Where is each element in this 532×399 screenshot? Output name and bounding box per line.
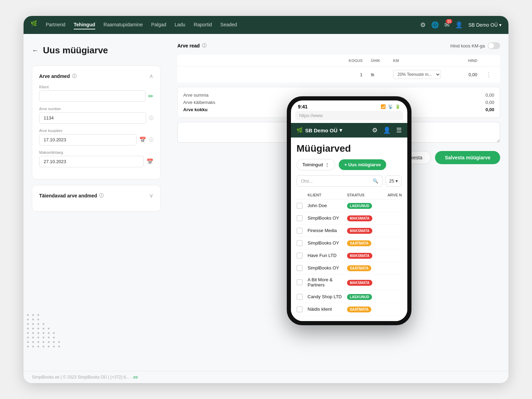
arve-kuupaev-label: Arve kuupäev [39,128,153,133]
phone-search-icon: 🔍 [373,178,378,184]
arve-number-input-row: ⓘ [39,112,153,124]
phone-time: 9:41 [298,104,308,109]
km-dropdown[interactable]: 20% Teenuste m... [393,70,441,79]
row-checkbox[interactable] [296,294,305,300]
battery-icon: 🔋 [395,104,400,109]
row-checkbox[interactable] [296,215,305,221]
row-status: SAATMATA [347,265,378,271]
invoice-km-cell[interactable]: 20% Teenuste m... [389,66,459,83]
phone-search-input[interactable]: Otsi... 🔍 [296,175,383,187]
phone-toimingud-button[interactable]: Toimingud ⋮ [296,159,335,170]
invoice-hind-cell[interactable]: 0,00 [459,66,481,83]
row-status: LAEKUNUD [347,293,378,300]
maksetahtaeg-label: Maksetähtaeg [39,150,153,154]
arve-andmed-info-icon: ⓘ [72,73,77,79]
row-checkbox[interactable] [296,265,305,271]
status-badge: SAATMATA [347,307,371,312]
row-checkbox[interactable] [296,228,305,234]
arve-number-input[interactable] [39,112,146,124]
phone-list-item[interactable]: Have Fun LTD MAKSMATA [296,249,402,262]
left-panel: ← Uus müügiarve Arve andmed ⓘ ∧ Klient ✏ [24,34,169,371]
phone-header-icons: ⚙ 👤 ☰ [372,126,402,134]
th-kogus: KOGUS [339,55,367,66]
invoice-description-cell[interactable] [178,66,339,83]
phone-list-item[interactable]: SimplBooks OY SAATMATA [296,262,402,274]
row-client: SimplBooks OY [308,240,344,246]
nav-tehingud[interactable]: Tehingud [74,20,95,29]
phone-menu-icon[interactable]: ☰ [396,126,402,134]
status-badge: SAATMATA [347,240,371,246]
row-status: MAKSMATA [347,252,378,259]
phone-list-item[interactable]: SimplBooks OY MAKSMATA [296,212,402,224]
th-uhik: ÜHIK [367,55,389,66]
nav-right-icons: ⚙ 🌐 ✉ 11 👤 SB Demo OÜ ▾ [420,21,502,29]
logo-icon: 🌿 [30,20,40,30]
maksetahtaeg-calendar-icon[interactable]: 📅 [147,158,153,165]
phone-per-page-selector[interactable]: 25 ▾ [385,175,402,187]
footer-link[interactable]: .ee [132,375,138,380]
arve-andmed-collapse-icon[interactable]: ∧ [149,73,153,79]
klient-input[interactable] [39,90,145,102]
phone-list-item[interactable]: Näidis klient SAATMATA [296,303,402,316]
row-client: Finesse Media [308,228,344,233]
maksetahtaeg-input[interactable] [39,156,144,167]
klient-edit-icon[interactable]: ✏ [148,92,153,100]
phone-content: Müügiarved Toimingud ⋮ + Uus müügiarve [291,138,407,321]
row-client: SimplBooks OY [308,265,344,271]
row-checkbox[interactable] [296,240,305,246]
th-description [178,55,339,66]
phone-user-icon[interactable]: 👤 [383,126,391,134]
klient-label: Klient [39,85,153,89]
row-checkbox[interactable] [296,252,305,259]
nav-raportid[interactable]: Raportid [194,20,212,29]
phone-list-item[interactable]: Finesse Media MAKSMATA [296,224,402,237]
phone-app-header: 🌿 SB Demo OÜ ▾ ⚙ 👤 ☰ [291,123,407,138]
user-icon[interactable]: 👤 [455,21,463,29]
phone-status-bar: 9:41 📶 📡 🔋 [291,100,407,111]
arve-kuupaev-calendar-icon[interactable]: 📅 [139,136,146,143]
footer-text: SimplBooks.ee | © 2023 SimplBooks OÜ | (… [32,375,130,380]
settings-icon[interactable]: ⚙ [420,21,426,29]
invoice-row-actions[interactable]: ⋮ [481,66,500,83]
row-status: MAKSMATA [347,279,378,286]
row-checkbox[interactable] [296,279,305,285]
phone-th-num: ARVE N [381,193,402,197]
hind-km-toggle-row: Hind koos KM-ga [450,42,500,49]
row-status: MAKSMATA [347,227,378,234]
phone-list-item[interactable]: Candy Shop LTD LAEKUNUD [296,291,402,303]
mail-icon[interactable]: ✉ 11 [444,21,450,29]
hind-km-toggle[interactable] [488,42,500,49]
th-hind: HIND [459,55,481,66]
phone-list-item[interactable]: A Bit More & Partners MAKSMATA [296,274,402,291]
phone-list-item[interactable]: SimplBooks OY SAATMATA [296,237,402,249]
status-badge: MAKSMATA [347,228,372,234]
nav-palgad[interactable]: Palgad [151,20,166,29]
status-badge: SAATMATA [347,265,371,271]
nav-seaded[interactable]: Seaded [220,20,237,29]
taienjavad-collapse-icon[interactable]: ∨ [149,192,153,199]
invoice-kogus-cell[interactable]: 1 [339,66,367,83]
phone-th-client: KLIENT [308,193,344,197]
nav-partnerid[interactable]: Partnerid [46,20,65,29]
globe-icon[interactable]: 🌐 [431,21,439,29]
row-more-icon[interactable]: ⋮ [486,71,492,78]
status-badge: MAKSMATA [347,253,372,259]
row-checkbox[interactable] [296,306,305,312]
phone-url-bar[interactable]: https://www. [295,111,403,120]
mail-badge: 11 [446,19,452,24]
status-badge: MAKSMATA [347,215,372,221]
row-client: SimplBooks OY [308,215,344,221]
invoice-uhik-cell[interactable]: tk [367,66,389,83]
row-status: MAKSMATA [347,215,378,221]
phone-list-item[interactable]: John Doe LAEKUNUD [296,200,402,212]
phone-new-invoice-button[interactable]: + Uus müügiarve [339,159,386,170]
save-button[interactable]: Salvesta müügiarve [435,151,500,164]
company-selector[interactable]: SB Demo OÜ ▾ [468,22,502,28]
row-status: LAEKUNUD [347,202,378,209]
phone-settings-icon[interactable]: ⚙ [372,126,378,134]
back-button[interactable]: ← [32,46,39,54]
nav-raamatupidamine[interactable]: Raamatupidamine [104,20,143,29]
row-checkbox[interactable] [296,203,305,209]
nav-ladu[interactable]: Ladu [175,20,185,29]
arve-kuupaev-input[interactable] [39,134,136,145]
